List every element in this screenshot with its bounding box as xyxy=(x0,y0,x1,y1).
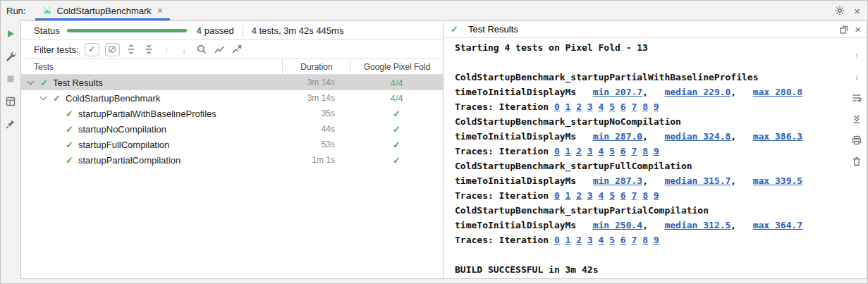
test-row[interactable]: ✓ColdStartupBenchmark3m 14s4/4 xyxy=(21,90,443,106)
test-duration: 35s xyxy=(282,109,350,118)
console-link[interactable]: 3 xyxy=(587,101,593,112)
console-link[interactable]: 3 xyxy=(587,190,593,201)
show-passed-toggle[interactable]: ✓ xyxy=(85,43,99,56)
console-link[interactable]: 8 xyxy=(642,235,648,245)
console-link[interactable]: max 364.7 xyxy=(753,220,802,230)
console-link[interactable]: 1 xyxy=(566,101,571,112)
hide-tool-window-icon[interactable]: × xyxy=(854,6,860,16)
console-link[interactable]: min 287.3 xyxy=(593,175,642,186)
console-link[interactable]: 2 xyxy=(576,235,582,245)
console-link[interactable]: min 250.4 xyxy=(593,220,642,230)
test-duration: 53s xyxy=(282,140,350,149)
console-link[interactable]: 0 xyxy=(554,190,560,201)
console-link[interactable]: 1 xyxy=(566,190,571,201)
down-stacktrace-icon[interactable]: ↓ xyxy=(851,70,863,82)
console-link[interactable]: 2 xyxy=(576,101,582,112)
console-link[interactable]: 7 xyxy=(631,146,637,156)
console-link[interactable]: 3 xyxy=(587,235,593,245)
console-link[interactable]: 8 xyxy=(642,190,648,201)
console-line: 86 actionable tasks: 2 executed, 84 up-t… xyxy=(455,277,847,278)
console-link[interactable]: 5 xyxy=(609,146,615,156)
test-progress-bar xyxy=(67,29,187,32)
rerun-tests-icon[interactable] xyxy=(5,27,17,39)
column-tests[interactable]: Tests xyxy=(21,62,282,72)
console-link[interactable]: 6 xyxy=(621,101,626,112)
console-link[interactable]: 7 xyxy=(631,101,637,112)
test-row[interactable]: ✓startupPartialCompilation1m 1s✓ xyxy=(21,152,443,168)
test-row[interactable]: ✓startupNoCompilation44s✓ xyxy=(21,121,443,137)
expand-chevron-icon[interactable] xyxy=(27,78,35,85)
soft-wrap-icon[interactable] xyxy=(851,92,863,104)
clear-console-icon[interactable] xyxy=(851,155,863,167)
console-link[interactable]: 4 xyxy=(599,190,604,201)
console-title: Test Results xyxy=(468,24,518,35)
console-link[interactable]: 9 xyxy=(654,101,659,112)
console-link[interactable]: 0 xyxy=(554,235,560,245)
console-link[interactable]: 9 xyxy=(654,146,659,156)
console-link[interactable]: 9 xyxy=(654,190,659,201)
console-link[interactable]: 1 xyxy=(566,146,571,156)
console-link[interactable]: 3 xyxy=(587,146,593,156)
float-window-icon[interactable] xyxy=(838,23,850,35)
console-link[interactable]: 5 xyxy=(609,190,615,201)
console-link[interactable]: 7 xyxy=(631,190,637,201)
console-line: Traces: Iteration 0 1 2 3 4 5 6 7 8 9 xyxy=(455,99,847,114)
console-link[interactable]: 6 xyxy=(621,190,626,201)
print-icon[interactable] xyxy=(851,134,863,146)
settings-gear-icon[interactable] xyxy=(833,5,845,17)
console-link[interactable]: 6 xyxy=(621,235,626,245)
expand-all-icon[interactable] xyxy=(126,44,137,56)
console-link[interactable]: 2 xyxy=(576,146,582,156)
test-name: startupFullCompilation xyxy=(78,140,169,150)
close-console-icon[interactable]: × xyxy=(855,24,861,35)
pin-icon[interactable] xyxy=(5,118,17,130)
console-link[interactable]: 8 xyxy=(642,101,648,112)
import-test-results-icon[interactable] xyxy=(214,44,226,56)
console-line: timeToInitialDisplayMs min 287.0, median… xyxy=(455,129,847,144)
device-result: 4/4 xyxy=(350,93,443,104)
console-link[interactable]: max 386.3 xyxy=(753,131,802,142)
test-history-icon[interactable] xyxy=(196,44,208,56)
show-ignored-toggle[interactable] xyxy=(105,43,120,56)
console-link[interactable]: 6 xyxy=(621,146,626,156)
console-link[interactable]: 4 xyxy=(599,235,604,245)
console-link[interactable]: 5 xyxy=(609,101,615,112)
console-link[interactable]: median 312.5 xyxy=(664,220,731,230)
test-row[interactable]: ✓Test Results3m 14s4/4 xyxy=(21,75,443,90)
console-link[interactable]: median 315.7 xyxy=(664,175,731,186)
console-link[interactable]: min 207.7 xyxy=(593,87,642,97)
console-link[interactable]: 4 xyxy=(599,146,604,156)
console-header: ✓ Test Results × xyxy=(444,21,867,38)
console-link[interactable]: max 339.5 xyxy=(753,175,802,186)
console-link[interactable]: 7 xyxy=(631,235,637,245)
run-toolbar xyxy=(1,20,20,279)
console-link[interactable]: median 229.0 xyxy=(664,87,731,97)
console-link[interactable]: 8 xyxy=(642,146,648,156)
console-link[interactable]: 4 xyxy=(599,101,604,112)
console-line: Traces: Iteration 0 1 2 3 4 5 6 7 8 9 xyxy=(455,188,847,203)
scroll-to-end-icon[interactable] xyxy=(851,113,863,125)
console-link[interactable]: 1 xyxy=(566,235,571,245)
collapse-all-icon[interactable] xyxy=(143,44,155,56)
console-link[interactable]: 9 xyxy=(654,235,659,245)
layout-settings-icon[interactable] xyxy=(5,95,17,107)
expand-chevron-icon[interactable] xyxy=(40,94,47,101)
console-link[interactable]: 2 xyxy=(576,190,582,201)
build-wrench-icon[interactable] xyxy=(5,50,17,62)
tab-close-icon[interactable]: × xyxy=(157,6,163,16)
console-link[interactable]: 0 xyxy=(554,146,560,156)
console-link[interactable]: max 280.8 xyxy=(753,87,802,97)
export-test-results-icon[interactable] xyxy=(231,44,243,56)
console-link[interactable]: min 287.0 xyxy=(593,131,642,142)
test-tree: ✓Test Results3m 14s4/4✓ColdStartupBenchm… xyxy=(21,75,443,278)
run-tab[interactable]: ColdStartupBenchmark × xyxy=(35,1,170,20)
test-row[interactable]: ✓startupFullCompilation53s✓ xyxy=(21,137,443,152)
column-duration[interactable]: Duration xyxy=(282,59,350,74)
console-line: Starting 4 tests on Pixel Fold - 13 xyxy=(455,40,847,55)
console-link[interactable]: median 324.8 xyxy=(664,131,731,142)
console-link[interactable]: 0 xyxy=(554,101,560,112)
test-row[interactable]: ✓startupPartialWithBaselineProfiles35s✓ xyxy=(21,106,443,121)
up-stacktrace-icon[interactable]: ↑ xyxy=(851,49,863,61)
console-link[interactable]: 5 xyxy=(609,235,615,245)
column-device[interactable]: Google Pixel Fold xyxy=(350,59,443,74)
